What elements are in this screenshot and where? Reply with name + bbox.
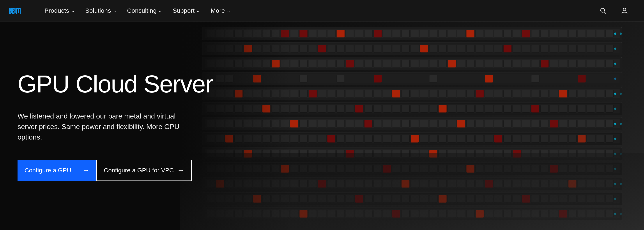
svg-rect-382 xyxy=(374,135,382,142)
svg-rect-109 xyxy=(355,45,363,52)
svg-rect-387 xyxy=(420,135,428,142)
search-icon xyxy=(600,7,606,14)
svg-rect-336 xyxy=(429,120,437,128)
svg-rect-233 xyxy=(439,90,447,98)
svg-rect-402 xyxy=(559,135,567,142)
svg-rect-235 xyxy=(457,90,465,98)
nav-support-chevron: ⌄ xyxy=(196,8,200,13)
svg-rect-32 xyxy=(20,8,20,14)
svg-rect-255 xyxy=(476,90,484,98)
svg-rect-351 xyxy=(568,120,576,128)
hero-section: GPU Cloud Server We listened and lowered… xyxy=(0,22,644,230)
svg-rect-280 xyxy=(383,105,391,112)
svg-rect-278 xyxy=(364,105,372,112)
svg-rect-352 xyxy=(578,120,586,128)
nav-divider xyxy=(34,5,34,16)
svg-rect-301 xyxy=(578,105,586,112)
svg-rect-238 xyxy=(485,90,493,98)
nav-item-consulting[interactable]: Consulting ⌄ xyxy=(122,0,167,22)
svg-rect-389 xyxy=(439,135,447,142)
svg-rect-287 xyxy=(448,105,456,112)
svg-rect-70 xyxy=(494,30,502,38)
svg-rect-21 xyxy=(9,13,11,14)
ibm-logo[interactable] xyxy=(9,8,22,13)
svg-rect-251 xyxy=(606,90,614,98)
svg-rect-30 xyxy=(18,9,19,10)
svg-rect-231 xyxy=(420,90,428,98)
svg-rect-88 xyxy=(374,30,382,38)
svg-rect-81 xyxy=(596,30,604,38)
svg-rect-66 xyxy=(457,30,465,38)
search-button[interactable] xyxy=(592,0,614,22)
svg-rect-61 xyxy=(411,30,419,38)
svg-rect-184 xyxy=(578,60,586,68)
svg-rect-303 xyxy=(596,105,604,112)
configure-gpu-button[interactable]: Configure a GPU → xyxy=(18,160,96,181)
svg-rect-56 xyxy=(364,30,372,38)
svg-rect-391 xyxy=(457,135,465,142)
svg-rect-68 xyxy=(476,30,484,38)
svg-rect-120 xyxy=(457,45,465,52)
svg-rect-240 xyxy=(504,90,512,98)
svg-rect-187 xyxy=(606,60,614,68)
svg-rect-384 xyxy=(392,135,400,142)
svg-rect-340 xyxy=(466,120,474,128)
svg-rect-169 xyxy=(439,60,447,68)
svg-rect-355 xyxy=(606,120,614,128)
svg-rect-358 xyxy=(457,120,465,128)
nav-right xyxy=(592,0,635,22)
svg-rect-25 xyxy=(13,10,14,11)
svg-rect-60 xyxy=(402,30,410,38)
svg-rect-243 xyxy=(532,90,539,98)
svg-point-360 xyxy=(614,123,616,125)
svg-rect-342 xyxy=(485,120,493,128)
svg-rect-126 xyxy=(513,45,521,52)
nav-consulting-label: Consulting xyxy=(127,7,156,14)
svg-rect-294 xyxy=(513,105,521,112)
svg-rect-135 xyxy=(596,45,604,52)
nav-item-support[interactable]: Support ⌄ xyxy=(167,0,205,22)
user-button[interactable] xyxy=(614,0,635,22)
user-icon xyxy=(621,7,628,14)
nav-products-label: Products xyxy=(44,7,69,14)
svg-rect-63 xyxy=(429,30,437,38)
configure-gpu-vpc-arrow: → xyxy=(177,166,184,174)
svg-point-205 xyxy=(614,78,616,80)
configure-gpu-vpc-button[interactable]: Configure a GPU for VPC → xyxy=(96,160,192,181)
svg-rect-230 xyxy=(411,90,419,98)
svg-rect-343 xyxy=(494,120,502,128)
svg-rect-304 xyxy=(606,105,614,112)
svg-line-34 xyxy=(604,12,606,14)
svg-rect-65 xyxy=(448,30,456,38)
svg-rect-181 xyxy=(550,60,558,68)
svg-rect-130 xyxy=(550,45,558,52)
svg-rect-407 xyxy=(606,135,614,142)
svg-rect-111 xyxy=(374,45,382,52)
nav-item-products[interactable]: Products ⌄ xyxy=(39,0,80,22)
svg-rect-167 xyxy=(420,60,428,68)
svg-rect-331 xyxy=(383,120,391,128)
svg-rect-403 xyxy=(568,135,576,142)
svg-rect-247 xyxy=(568,90,576,98)
svg-rect-244 xyxy=(540,90,548,98)
svg-rect-335 xyxy=(420,120,428,128)
svg-rect-307 xyxy=(439,105,447,112)
svg-rect-78 xyxy=(568,30,576,38)
nav-item-more[interactable]: More ⌄ xyxy=(206,0,236,22)
svg-rect-283 xyxy=(411,105,419,112)
svg-rect-23 xyxy=(13,8,14,8)
svg-rect-397 xyxy=(513,135,521,142)
svg-rect-350 xyxy=(559,120,567,128)
svg-rect-113 xyxy=(392,45,400,52)
svg-rect-131 xyxy=(559,45,567,52)
svg-rect-229 xyxy=(402,90,410,98)
nav-item-solutions[interactable]: Solutions ⌄ xyxy=(80,0,122,22)
svg-rect-19 xyxy=(9,10,11,11)
svg-rect-380 xyxy=(355,135,363,142)
svg-rect-134 xyxy=(587,45,595,52)
nav-support-label: Support xyxy=(172,7,194,14)
navbar: Products ⌄ Solutions ⌄ Consulting ⌄ Supp… xyxy=(0,0,644,22)
svg-rect-359 xyxy=(550,120,558,128)
svg-rect-254 xyxy=(392,90,400,98)
svg-rect-346 xyxy=(522,120,530,128)
